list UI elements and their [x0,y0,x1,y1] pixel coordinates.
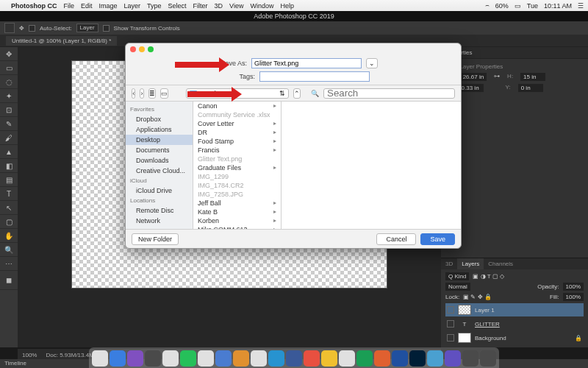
sidebar-item-desktop[interactable]: Desktop [126,135,193,145]
sidebar-item-dropbox[interactable]: Dropbox [126,114,193,124]
dock-app[interactable] [92,350,108,367]
visibility-icon[interactable] [447,334,454,342]
file-item[interactable]: Jeff Ball [193,199,281,208]
menu-select[interactable]: Select [168,2,187,10]
dock-app[interactable] [339,350,355,367]
hand-tool[interactable]: ✋ [0,229,18,243]
sidebar-item-downloads[interactable]: Downloads [126,155,193,166]
fill-value[interactable]: 100% [563,293,584,301]
dock-app[interactable] [251,350,267,367]
file-item[interactable]: Korben [193,216,281,225]
menu-3d[interactable]: 3D [215,2,223,10]
save-button[interactable]: Save [420,233,455,245]
dock-app[interactable] [145,350,161,367]
minimize-icon[interactable] [139,46,145,52]
filename-input[interactable] [251,58,362,68]
layer-row[interactable]: T GLITTER [445,319,584,329]
file-item[interactable]: Graduate Files [193,163,281,172]
move-tool[interactable]: ✥ [0,47,18,61]
zoom-value[interactable]: 100% [22,352,37,358]
app-name[interactable]: Photoshop CC [11,2,57,10]
visibility-icon[interactable] [447,306,454,314]
forward-button[interactable]: › [140,88,143,99]
file-item[interactable]: Canon [193,102,281,110]
path-tool[interactable]: ↖ [0,201,18,215]
new-folder-button[interactable]: New Folder [132,233,179,245]
auto-select-mode[interactable]: Layer [76,24,98,32]
eraser-tool[interactable]: ◧ [0,159,18,173]
gradient-tool[interactable]: ▤ [0,173,18,187]
file-item[interactable]: DR [193,128,281,137]
menu-layer[interactable]: Layer [124,2,141,10]
sidebar-item-creative-cloud[interactable]: Creative Cloud... [126,166,193,176]
type-tool[interactable]: T [0,187,18,201]
home-icon[interactable] [4,23,15,33]
dock-app[interactable] [462,350,478,367]
menu-file[interactable]: File [64,2,75,10]
dock-app[interactable] [180,350,196,367]
back-button[interactable]: ‹ [132,88,135,99]
sidebar-item-documents[interactable]: Documents [126,145,193,155]
wand-tool[interactable]: ✦ [0,89,18,103]
filter-icons[interactable]: ▣ ◑ T ▢ ◇ [473,273,504,280]
dock-app[interactable] [321,350,337,367]
marquee-tool[interactable]: ▭ [0,61,18,75]
eyedropper-tool[interactable]: ✎ [0,117,18,131]
spotlight-icon[interactable]: ☰ [578,2,584,10]
crop-tool[interactable]: ⊡ [0,103,18,117]
dock-app[interactable] [162,350,179,367]
sidebar-item-icloud-drive[interactable]: iCloud Drive [126,185,193,196]
blend-mode[interactable]: Normal [445,283,470,291]
menu-type[interactable]: Type [147,2,162,10]
wifi-icon[interactable]: ⌢ [485,1,490,10]
document-tab[interactable]: Untitled-1 @ 100% (Layer 1, RGB/8) * [6,36,117,46]
layer-row[interactable]: Background 🔒 [445,331,584,344]
tags-input[interactable] [259,71,370,82]
layer-row[interactable]: Layer 1 [445,303,584,316]
prop-w-value[interactable]: 26.67 in [460,73,487,81]
lock-icons[interactable]: ▣ ✎ ✥ 🔒 [463,294,492,300]
dock-app[interactable] [409,350,426,367]
dock-app[interactable] [392,350,408,367]
cancel-button[interactable]: Cancel [376,233,416,245]
dock-app[interactable] [233,350,249,367]
lasso-tool[interactable]: ◌ [0,75,18,89]
layer-filter[interactable]: Q Kind [445,272,469,280]
file-item[interactable]: Francis [193,146,281,155]
prop-y-value[interactable]: 0 in [518,84,543,92]
menu-view[interactable]: View [229,2,243,10]
tab-3d[interactable]: 3D [441,258,457,269]
zoom-tool[interactable]: 🔍 [0,243,18,257]
prop-x-value[interactable]: 0.33 in [459,84,484,92]
menu-filter[interactable]: Filter [193,2,208,10]
auto-select-check[interactable] [29,25,35,32]
transform-check[interactable] [103,25,110,32]
dock-app[interactable] [215,350,232,367]
menu-image[interactable]: Image [99,2,118,10]
sidebar-item-network[interactable]: Network [126,216,193,226]
dock-app[interactable] [356,350,373,367]
group-button[interactable]: ▭ [160,88,168,99]
dock-app[interactable] [480,350,496,367]
dock-app[interactable] [110,350,126,367]
stamp-tool[interactable]: ▲ [0,145,18,159]
dock-app[interactable] [198,350,214,367]
tab-layers[interactable]: Layers [457,258,484,269]
sidebar-item-remote-disc[interactable]: Remote Disc [126,205,193,216]
more-tools[interactable]: ⋯ [0,257,18,271]
color-swatches[interactable]: ◼ [0,271,18,290]
dock-app[interactable] [374,350,390,367]
dock-app[interactable] [304,350,320,367]
file-item[interactable]: Kate B [193,208,281,216]
file-item[interactable]: Food Stamp [193,137,281,146]
prop-h-value[interactable]: 15 in [520,73,545,81]
expand-button[interactable]: ⌄ [366,58,378,68]
menu-help[interactable]: Help [280,2,294,10]
dock-app[interactable] [427,350,443,367]
dock-app[interactable] [127,350,143,367]
menu-window[interactable]: Window [250,2,273,10]
shape-tool[interactable]: ▢ [0,215,18,229]
visibility-icon[interactable] [447,320,454,328]
zoom-icon[interactable] [148,46,154,52]
brush-tool[interactable]: 🖌 [0,131,18,145]
